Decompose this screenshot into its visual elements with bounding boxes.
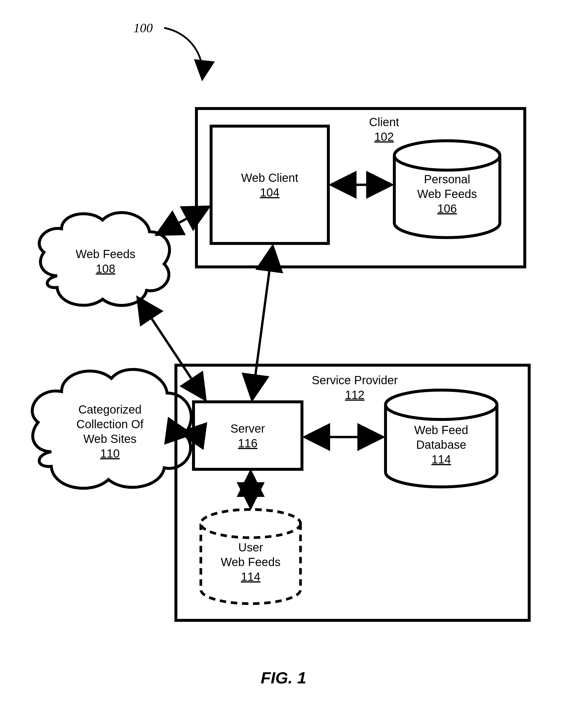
categorized-line2: Collection Of: [77, 418, 144, 431]
categorized-line1: Categorized: [78, 403, 142, 416]
web-client-box: [211, 126, 328, 243]
web-client-title: Web Client: [241, 171, 298, 184]
server-box: [194, 402, 302, 469]
service-provider-number: 112: [345, 388, 365, 401]
personal-web-feeds-cylinder: Personal Web Feeds 106: [394, 141, 500, 238]
connector-webfeeds-webclient: [157, 207, 209, 235]
svg-point-1: [394, 141, 500, 170]
personal-web-feeds-line1: Personal: [424, 173, 470, 186]
client-title: Client: [369, 116, 399, 128]
web-feeds-number: 108: [96, 262, 116, 275]
connector-categorized-server: [180, 433, 191, 434]
web-feed-db-number: 114: [431, 453, 451, 466]
figure-number: 100: [133, 21, 153, 35]
figure-caption: FIG. 1: [261, 668, 306, 687]
web-feed-database-cylinder: Web Feed Database 114: [385, 390, 497, 487]
web-feed-db-line1: Web Feed: [414, 424, 468, 436]
categorized-line3: Web Sites: [83, 432, 137, 445]
web-feeds-title: Web Feeds: [76, 248, 136, 260]
server-title: Server: [231, 422, 265, 435]
svg-point-3: [385, 390, 497, 419]
web-feed-db-line2: Database: [416, 438, 466, 451]
web-client-number: 104: [260, 186, 280, 199]
personal-web-feeds-line2: Web Feeds: [417, 187, 477, 200]
figure-number-pointer: [164, 28, 203, 79]
user-web-feeds-line2: Web Feeds: [221, 556, 281, 568]
user-web-feeds-line1: User: [238, 541, 263, 554]
connector-webclient-server: [252, 246, 273, 399]
svg-point-5: [201, 509, 300, 538]
client-number: 102: [374, 130, 394, 143]
web-feeds-cloud: Web Feeds 108: [39, 213, 170, 306]
diagram-stage: 100 Client 102 Web Client 104 Personal W…: [0, 0, 567, 728]
server-number: 116: [238, 437, 258, 450]
diagram-svg: 100 Client 102 Web Client 104 Personal W…: [0, 0, 567, 728]
categorized-cloud: Categorized Collection Of Web Sites 110: [32, 370, 191, 488]
user-web-feeds-number: 114: [241, 570, 261, 583]
categorized-number: 110: [100, 447, 120, 460]
user-web-feeds-cylinder: User Web Feeds 114: [201, 509, 300, 604]
personal-web-feeds-number: 106: [437, 202, 457, 215]
service-provider-title: Service Provider: [311, 374, 397, 387]
